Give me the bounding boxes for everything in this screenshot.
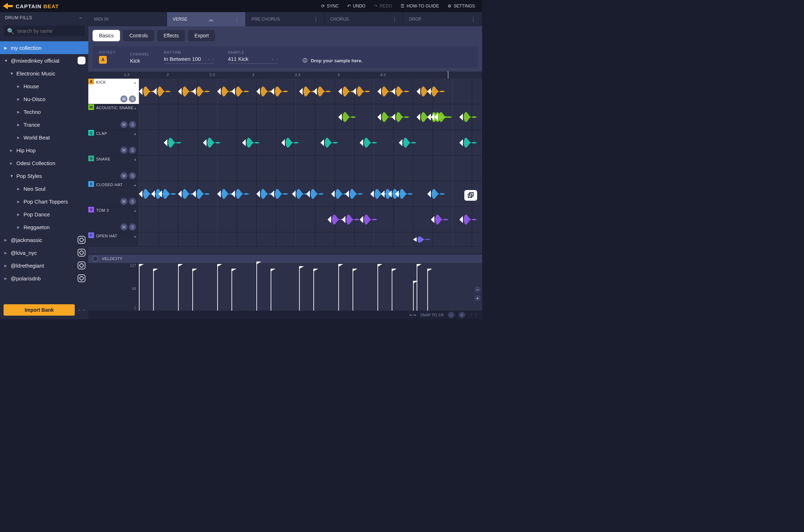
note-hit[interactable] [192, 81, 210, 101]
solo-button[interactable]: S [129, 147, 136, 154]
note-hit[interactable] [395, 184, 413, 204]
track-header[interactable]: A KICK ▲ M S [88, 79, 139, 104]
note-hit[interactable] [459, 210, 477, 230]
track-lane[interactable] [139, 232, 482, 246]
collapse-sidebar-icon[interactable]: ← [79, 15, 84, 20]
velocity-bar[interactable] [139, 265, 140, 311]
mute-button[interactable]: M [120, 223, 127, 231]
section-tab[interactable]: CHORUS⋮ [325, 12, 403, 26]
note-hit[interactable] [338, 107, 356, 127]
track-collapse-icon[interactable]: ▲ [134, 132, 137, 136]
rhythm-next-icon[interactable]: › [212, 57, 214, 61]
note-hit[interactable] [431, 210, 449, 230]
panel-tab[interactable]: Controls [123, 30, 154, 41]
note-hit[interactable] [153, 81, 171, 101]
cloud-icon[interactable]: ☁ [208, 16, 214, 23]
solo-button[interactable]: S [129, 121, 136, 128]
velocity-bar[interactable] [338, 265, 339, 311]
note-hit[interactable] [370, 184, 388, 204]
instagram-icon[interactable] [78, 274, 85, 282]
section-tab[interactable]: PRE CHORUS⋮ [246, 12, 324, 26]
sync-button[interactable]: ⟳SYNC [317, 2, 343, 10]
channel-value[interactable]: Kick [130, 58, 150, 64]
velocity-flag[interactable] [178, 264, 183, 267]
note-hit[interactable] [377, 107, 395, 127]
velocity-bar[interactable] [153, 270, 154, 311]
note-hit[interactable] [392, 81, 409, 101]
note-hit[interactable] [459, 133, 477, 153]
velocity-flag[interactable] [313, 269, 318, 272]
solo-button[interactable]: S [129, 223, 136, 231]
note-hit[interactable] [342, 210, 360, 230]
instagram-icon[interactable] [78, 236, 85, 244]
sidebar-item[interactable]: ▶Hip Hop [0, 144, 88, 157]
note-hit[interactable] [299, 81, 317, 101]
velocity-bar[interactable] [353, 270, 353, 311]
track-collapse-icon[interactable]: ▲ [134, 106, 137, 110]
sidebar-item[interactable]: ▶Techno [0, 105, 88, 118]
panel-tab[interactable]: Effects [157, 30, 185, 41]
sample-drop-zone[interactable]: ⓘ Drop your sample here. [303, 57, 362, 64]
sidebar-item[interactable]: ▶Odesi Collection [0, 157, 88, 169]
velocity-bar[interactable] [299, 268, 300, 311]
note-hit[interactable] [427, 184, 445, 204]
velocity-flag[interactable] [417, 264, 422, 267]
sidebar-item[interactable]: ▶Trance [0, 118, 88, 131]
note-hit[interactable] [392, 107, 409, 127]
search-container[interactable]: 🔍 [4, 26, 85, 36]
velocity-bar[interactable] [192, 270, 193, 311]
note-hit[interactable] [381, 184, 399, 204]
note-hit[interactable] [388, 184, 406, 204]
velocity-flag[interactable] [338, 264, 343, 267]
note-hit[interactable] [139, 184, 157, 204]
note-hit[interactable] [164, 133, 182, 153]
note-hit[interactable] [427, 81, 445, 101]
search-input[interactable] [17, 28, 81, 34]
track-lane[interactable] [139, 156, 482, 181]
note-hit[interactable] [320, 133, 338, 153]
zoom-out-h-button[interactable]: − [448, 312, 454, 318]
tab-more-icon[interactable]: ⋮ [313, 16, 319, 23]
rhythm-select[interactable]: In Between 100 ‹› [164, 56, 214, 64]
sidebar-item[interactable]: ▶Pop Chart Toppers [0, 195, 88, 208]
track-lane[interactable] [139, 130, 482, 155]
track-collapse-icon[interactable]: ▲ [134, 209, 137, 212]
note-hit[interactable] [256, 81, 274, 101]
velocity-flag[interactable] [139, 264, 144, 267]
note-hit[interactable] [256, 184, 274, 204]
track-header[interactable]: W ACOUSTIC SNARE ▲ M S [88, 104, 139, 130]
velocity-bar[interactable] [178, 265, 179, 311]
next-bank-button[interactable]: › [83, 307, 85, 312]
velocity-bar[interactable] [271, 270, 271, 311]
panel-tab[interactable]: Basics [93, 30, 120, 41]
grid-icon[interactable]: ⋮⋮ [469, 313, 479, 317]
guide-button[interactable]: ☰HOW-TO GUIDE [396, 2, 443, 10]
note-hit[interactable] [231, 81, 249, 101]
track-collapse-icon[interactable]: ▲ [134, 81, 137, 84]
note-hit[interactable] [417, 81, 434, 101]
track-header[interactable]: D CLOSED HAT ▲ M S [88, 181, 139, 206]
prev-bank-button[interactable]: ‹ [78, 307, 80, 312]
track-header[interactable]: S SNARE ▲ M S [88, 156, 139, 181]
note-hit[interactable] [217, 81, 235, 101]
sidebar-item[interactable]: ▼Electronic Music [0, 67, 88, 80]
solo-button[interactable]: S [129, 172, 136, 179]
mute-button[interactable]: M [120, 172, 127, 179]
velocity-flag[interactable] [256, 262, 261, 264]
settings-button[interactable]: ⚙SETTINGS [443, 2, 479, 10]
mute-button[interactable]: M [120, 198, 127, 205]
track-collapse-icon[interactable]: ▲ [134, 235, 137, 238]
note-hit[interactable] [377, 81, 395, 101]
hotkey-badge[interactable]: A [99, 56, 107, 64]
velocity-bar[interactable] [377, 265, 378, 311]
sidebar-item[interactable]: ▶Pop Dance [0, 208, 88, 221]
velocity-bar[interactable] [231, 270, 232, 311]
sidebar-item[interactable]: ▶@ldrethegiant [0, 259, 88, 272]
rhythm-prev-icon[interactable]: ‹ [208, 57, 210, 61]
velocity-bar[interactable] [256, 263, 257, 311]
velocity-bar[interactable] [217, 265, 218, 311]
section-tab[interactable]: DROP⋮ [403, 12, 482, 26]
note-hit[interactable] [417, 107, 434, 127]
note-hit[interactable] [328, 210, 345, 230]
sidebar-item[interactable]: ▶@jackmassic [0, 233, 88, 246]
